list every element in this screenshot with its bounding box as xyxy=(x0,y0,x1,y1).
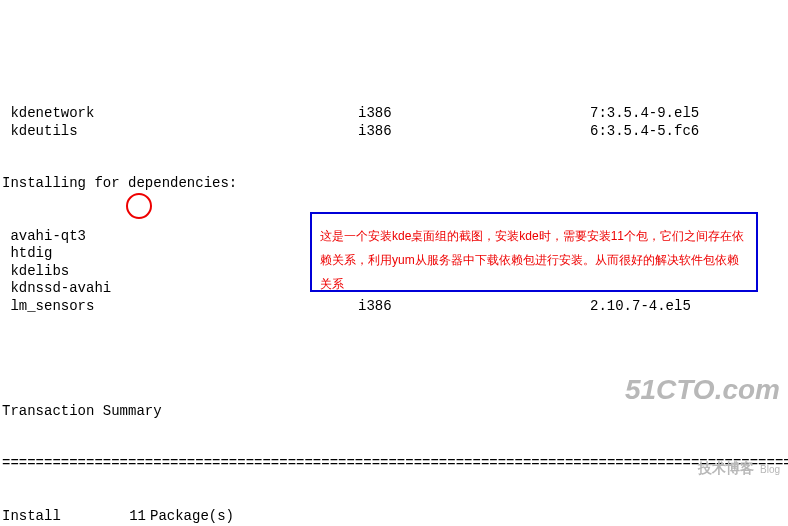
summary-label: Install xyxy=(2,508,106,526)
summary-count: 11 xyxy=(106,508,146,526)
separator: ========================================… xyxy=(2,455,788,473)
package-name: htdig xyxy=(2,245,358,263)
summary-row: Install11Package(s) xyxy=(2,508,786,526)
annotation-callout: 这是一个安装kde桌面组的截图，安装kde时，需要安装11个包，它们之间存在依赖… xyxy=(310,212,758,292)
package-arch: i386 xyxy=(358,123,590,141)
deps-header: Installing for dependencies: xyxy=(2,175,786,193)
transaction-summary-header: Transaction Summary xyxy=(2,403,786,421)
package-row: kdeutilsi3866:3.5.4-5.fc6 xyxy=(2,123,786,141)
package-version: 6:3.5.4-5.fc6 xyxy=(590,123,699,141)
package-arch: i386 xyxy=(358,105,590,123)
package-version: 2.10.7-4.el5 xyxy=(590,298,691,316)
package-name: kdelibs xyxy=(2,263,358,281)
package-name: lm_sensors xyxy=(2,298,358,316)
package-name: avahi-qt3 xyxy=(2,228,358,246)
package-name: kdnssd-avahi xyxy=(2,280,358,298)
package-row: lm_sensorsi3862.10.7-4.el5 xyxy=(2,298,786,316)
terminal-output: kdenetworki3867:3.5.4-9.el5 kdeutilsi386… xyxy=(0,70,788,526)
package-name: kdenetwork xyxy=(2,105,358,123)
package-version: 7:3.5.4-9.el5 xyxy=(590,105,699,123)
package-name: kdeutils xyxy=(2,123,358,141)
package-arch: i386 xyxy=(358,298,590,316)
summary-unit: Package(s) xyxy=(146,508,234,526)
package-row: kdenetworki3867:3.5.4-9.el5 xyxy=(2,105,786,123)
